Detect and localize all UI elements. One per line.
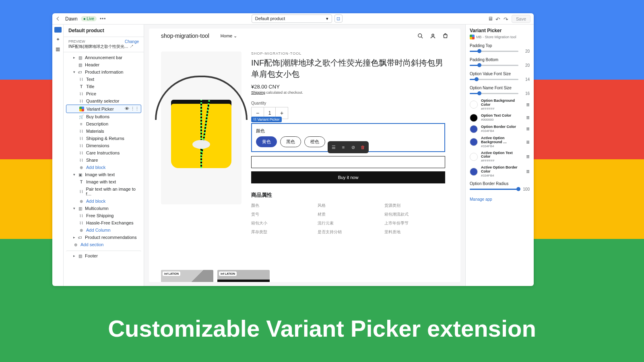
add-block-2[interactable]: ⊕Add block [66,197,141,205]
tree-free-ship[interactable]: ⌇⌇Free Shipping [66,212,141,219]
color-setting[interactable]: Option Text Color#000000≣ [470,114,530,122]
tree-footer[interactable]: ▸▧Footer [66,251,141,259]
tree-header[interactable]: ▸▧Header [66,61,141,68]
tree-share[interactable]: ⌇⌇Share [66,156,141,164]
color-swatch[interactable] [470,153,478,161]
attr-cell: 颜色 [251,203,312,208]
layers-icon[interactable]: ≣ [526,140,530,145]
tree-title[interactable]: TTitle [66,83,141,90]
tree-care[interactable]: ⌇⌇Care Instructions [66,149,141,156]
tree-announcement-bar[interactable]: ▸▧Announcement bar [66,54,141,61]
tree-product-info[interactable]: ▾🏷Product information [66,68,141,76]
move-up-icon[interactable]: ☰ [330,143,338,151]
tree-price[interactable]: ⌇⌇Price [66,90,141,97]
add-to-cart-button[interactable]: ☰ ≡ ⊘ 🗑 [251,156,445,168]
option-black[interactable]: 黑色 [280,136,301,147]
color-swatch[interactable] [470,138,478,146]
opt-val-font-slider[interactable]: 14 [470,77,530,82]
tree-pair[interactable]: ⌇⌇Pair text with an image to f… [66,185,141,197]
vendor: SHOP-MIGRATION-TOOL [251,51,445,56]
eye-icon[interactable]: 👁 [125,106,129,111]
tree-buy-buttons[interactable]: 🛒Buy buttons [66,113,141,120]
attr-cell: 里料质地 [384,229,445,235]
cart-icon[interactable] [442,33,448,39]
home-link[interactable]: Home ⌄ [221,33,237,39]
color-setting[interactable]: Option Border Color#334FB4≣ [470,125,530,133]
section-tree: ▸▧Announcement bar ▸▧Header ▾🏷Product in… [64,52,144,286]
theme-settings-icon[interactable]: ✦ [56,37,60,42]
tree-hassle[interactable]: ⌇⌇Hassle-Free Exchanges [66,219,141,226]
template-dropdown[interactable]: Default product▾ [252,14,332,23]
add-section[interactable]: ⊕Add section [66,241,141,248]
layers-icon[interactable]: ≣ [526,102,530,107]
attr-cell: 流行元素 [318,220,378,226]
product-title: INF配饰|潮牌地球之歌个性荧光撞色飘带时尚斜挎包男单肩包女小包 [251,57,445,80]
save-button[interactable]: Save [512,15,530,23]
attr-cell: 库存类型 [251,229,312,235]
layers-icon[interactable]: ≣ [526,115,530,120]
undo-icon[interactable]: ↶ [495,16,501,22]
tree-variant-picker[interactable]: Variant Picker👁⋮⋮ [66,105,141,113]
delete-icon[interactable]: 🗑 [359,143,367,151]
layers-icon[interactable]: ≣ [526,126,530,132]
sections-tab-icon[interactable] [54,27,62,33]
preview-canvas: shop-migration-tool Home ⌄ [149,29,460,282]
inspector-icon[interactable]: ⊡ [334,14,343,23]
store-name[interactable]: shop-migration-tool [161,33,209,39]
border-radius-slider[interactable]: 100 [470,187,530,191]
thumbnail-1[interactable]: inf LATIONinf LATION [161,270,213,282]
color-setting[interactable]: Active Option Border Color#334FB4≣ [470,166,530,177]
opt-name-font-slider[interactable]: 16 [470,91,530,96]
color-setting[interactable]: Active Option Text Color#FFFFFF≣ [470,151,530,163]
padding-top-slider[interactable]: 20 [470,49,530,53]
buy-now-button[interactable]: Buy it now [251,171,445,183]
back-icon[interactable] [56,16,62,22]
tree-multicolumn[interactable]: ▾▥Multicolumn [66,205,141,212]
search-icon[interactable] [417,33,423,39]
tree-img-block[interactable]: TImage with text [66,178,141,185]
thumbnail-2[interactable]: inf LATION [217,270,270,282]
attr-cell: 风格 [318,203,378,208]
tree-description[interactable]: ≡Description [66,120,141,128]
tree-qty[interactable]: ⌇⌇Quantity selector [66,97,141,105]
drag-handle-icon[interactable]: ⋮⋮ [130,106,139,111]
tree-prod-recs[interactable]: ▸🏷Product recommendations [66,234,141,241]
top-bar: Dawn ● Live ••• Default product▾ ⊡ 🖥 ↶ ↷… [52,13,534,25]
layers-icon[interactable]: ≣ [526,169,530,174]
color-swatch[interactable] [470,114,478,122]
color-swatch[interactable] [470,125,478,133]
tree-materials[interactable]: ⌇⌇Materials [66,128,141,135]
app-attribution: MB - Store Migration tool [470,35,530,39]
option-name: 颜色 [256,128,440,134]
tree-image-text[interactable]: ▾▣Image with text [66,171,141,178]
tree-dimensions[interactable]: ⌇⌇Dimensions [66,142,141,149]
padding-bottom-slider[interactable]: 20 [470,63,530,68]
attr-cell: 货源类别 [384,203,445,208]
color-setting[interactable]: Active Option Background …#334FB4≣ [470,136,530,148]
color-setting[interactable]: Option Background Color#FFFFFF≣ [470,99,530,111]
option-yellow[interactable]: 黄色 [256,136,277,147]
manage-app-link[interactable]: Manage app [470,197,492,202]
layers-icon[interactable]: ≣ [526,154,530,159]
add-block[interactable]: ⊕Add block [66,164,141,171]
color-swatch[interactable] [470,101,478,109]
hide-icon[interactable]: ⊘ [349,143,357,151]
account-icon[interactable] [430,33,436,39]
more-menu[interactable]: ••• [100,16,106,22]
tree-shipping[interactable]: ⌇⌇Shipping & Returns [66,135,141,142]
move-down-icon[interactable]: ≡ [339,143,347,151]
preview-info: PREVIEW Change INF配饰|潮牌地球之歌个性荧光… ↗ [64,37,144,52]
change-preview-link[interactable]: Change [125,39,139,44]
add-column[interactable]: ⊕Add Column [66,226,141,234]
theme-name: Dawn [65,16,78,22]
desktop-view-icon[interactable]: 🖥 [488,16,493,22]
product-details: SHOP-MIGRATION-TOOL INF配饰|潮牌地球之歌个性荧光撞色飘带… [251,51,448,274]
external-link-icon[interactable]: ↗ [130,44,134,49]
option-orange[interactable]: 橙色 [304,136,325,147]
settings-title: Variant Picker [470,28,530,33]
color-swatch[interactable] [470,168,478,176]
redo-icon[interactable]: ↷ [504,16,509,22]
apps-icon[interactable]: ▦ [56,46,60,52]
attr-cell: 材质 [318,212,378,217]
tree-text[interactable]: ⌇⌇Text [66,76,141,83]
